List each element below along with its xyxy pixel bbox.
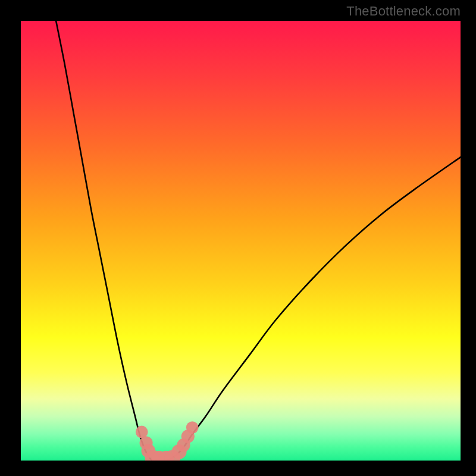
highlight-point	[186, 421, 199, 434]
highlight-points	[136, 421, 199, 461]
bottleneck-curve	[56, 21, 461, 461]
highlight-point	[136, 426, 148, 439]
chart-frame: TheBottleneck.com	[0, 0, 476, 476]
plot-area	[21, 21, 461, 461]
curve-layer	[21, 21, 461, 461]
watermark-text: TheBottleneck.com	[346, 4, 461, 19]
